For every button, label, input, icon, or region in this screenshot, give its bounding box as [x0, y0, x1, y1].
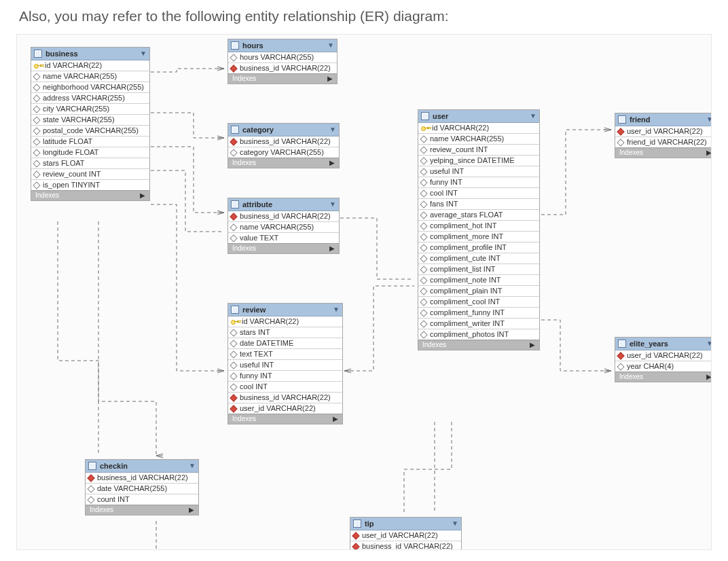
column-row[interactable]: cool INT — [228, 381, 342, 392]
indexes-footer[interactable]: Indexes▶ — [228, 414, 342, 424]
entity-friend[interactable]: friend▼user_id VARCHAR(22)friend_id VARC… — [615, 113, 712, 158]
entity-header[interactable]: checkin▼ — [86, 460, 198, 473]
column-row[interactable]: business_id VARCHAR(22) — [228, 62, 337, 73]
column-row[interactable]: id VARCHAR(22) — [418, 123, 539, 133]
expand-arrow-icon[interactable]: ▶ — [706, 149, 712, 156]
indexes-footer[interactable]: Indexes▶ — [228, 243, 339, 253]
column-row[interactable]: user_id VARCHAR(22) — [615, 350, 712, 361]
expand-arrow-icon[interactable]: ▶ — [329, 160, 335, 166]
column-row[interactable]: funny INT — [228, 370, 342, 381]
column-row[interactable]: id VARCHAR(22) — [31, 60, 149, 71]
column-row[interactable]: city VARCHAR(255) — [31, 103, 149, 114]
column-row[interactable]: year CHAR(4) — [615, 361, 712, 372]
column-row[interactable]: date VARCHAR(255) — [86, 483, 198, 494]
collapse-arrow-icon[interactable]: ▼ — [329, 201, 336, 208]
column-row[interactable]: latitude FLOAT — [31, 136, 149, 147]
column-row[interactable]: is_open TINYINT — [31, 179, 149, 190]
column-row[interactable]: stars INT — [228, 327, 342, 338]
indexes-footer[interactable]: Indexes▶ — [418, 340, 539, 350]
column-row[interactable]: useful INT — [228, 359, 342, 370]
column-row[interactable]: compliment_hot INT — [418, 220, 539, 231]
indexes-footer[interactable]: Indexes▶ — [86, 505, 198, 515]
entity-header[interactable]: hours▼ — [228, 39, 337, 52]
column-row[interactable]: neighborhood VARCHAR(255) — [31, 82, 149, 92]
column-row[interactable]: compliment_note INT — [418, 274, 539, 285]
column-row[interactable]: review_count INT — [31, 168, 149, 179]
entity-business[interactable]: business▼id VARCHAR(22)name VARCHAR(255)… — [31, 47, 150, 201]
column-row[interactable]: category VARCHAR(255) — [228, 147, 339, 158]
expand-arrow-icon[interactable]: ▶ — [706, 374, 712, 380]
entity-header[interactable]: review▼ — [228, 304, 342, 316]
indexes-footer[interactable]: Indexes▶ — [615, 372, 712, 382]
entity-user[interactable]: user▼id VARCHAR(22)name VARCHAR(255)revi… — [418, 109, 540, 350]
column-row[interactable]: value TEXT — [228, 232, 339, 243]
column-row[interactable]: useful INT — [418, 166, 539, 177]
indexes-footer[interactable]: Indexes▶ — [228, 73, 337, 84]
indexes-footer[interactable]: Indexes▶ — [31, 190, 149, 200]
collapse-arrow-icon[interactable]: ▼ — [530, 113, 536, 120]
collapse-arrow-icon[interactable]: ▼ — [140, 50, 147, 57]
column-row[interactable]: yelping_since DATETIME — [418, 155, 539, 166]
entity-header[interactable]: tip▼ — [350, 518, 461, 530]
column-row[interactable]: postal_code VARCHAR(255) — [31, 125, 149, 136]
entity-attribute[interactable]: attribute▼business_id VARCHAR(22)name VA… — [228, 198, 340, 254]
collapse-arrow-icon[interactable]: ▼ — [452, 520, 458, 527]
column-row[interactable]: count INT — [86, 494, 198, 505]
column-row[interactable]: date DATETIME — [228, 338, 342, 348]
collapse-arrow-icon[interactable]: ▼ — [189, 463, 196, 469]
column-row[interactable]: address VARCHAR(255) — [31, 92, 149, 103]
column-row[interactable]: stars FLOAT — [31, 158, 149, 168]
column-row[interactable]: business_id VARCHAR(22) — [350, 541, 461, 550]
entity-review[interactable]: review▼id VARCHAR(22)stars INTdate DATET… — [228, 303, 343, 424]
column-row[interactable]: cool INT — [418, 187, 539, 198]
entity-header[interactable]: elite_years▼ — [615, 338, 712, 350]
collapse-arrow-icon[interactable]: ▼ — [329, 126, 336, 133]
column-row[interactable]: compliment_cute INT — [418, 253, 539, 264]
column-row[interactable]: compliment_more INT — [418, 231, 539, 242]
column-row[interactable]: state VARCHAR(255) — [31, 114, 149, 125]
expand-arrow-icon[interactable]: ▶ — [329, 245, 335, 252]
indexes-footer[interactable]: Indexes▶ — [228, 158, 339, 168]
column-row[interactable]: name VARCHAR(255) — [418, 133, 539, 144]
column-row[interactable]: business_id VARCHAR(22) — [228, 137, 339, 147]
column-row[interactable]: compliment_list INT — [418, 264, 539, 274]
entity-header[interactable]: attribute▼ — [228, 198, 339, 211]
entity-category[interactable]: category▼business_id VARCHAR(22)category… — [228, 123, 340, 168]
entity-header[interactable]: user▼ — [418, 110, 539, 123]
column-row[interactable]: compliment_funny INT — [418, 307, 539, 318]
column-row[interactable]: compliment_photos INT — [418, 329, 539, 340]
column-row[interactable]: compliment_profile INT — [418, 242, 539, 253]
column-row[interactable]: fans INT — [418, 198, 539, 209]
column-row[interactable]: business_id VARCHAR(22) — [86, 473, 198, 483]
column-row[interactable]: text TEXT — [228, 348, 342, 359]
column-row[interactable]: compliment_writer INT — [418, 318, 539, 329]
column-row[interactable]: friend_id VARCHAR(22) — [615, 137, 712, 147]
column-row[interactable]: funny INT — [418, 177, 539, 187]
column-row[interactable]: business_id VARCHAR(22) — [228, 211, 339, 221]
indexes-footer[interactable]: Indexes▶ — [615, 147, 712, 158]
entity-header[interactable]: friend▼ — [615, 113, 712, 126]
column-row[interactable]: user_id VARCHAR(22) — [350, 530, 461, 541]
entity-header[interactable]: business▼ — [31, 48, 149, 60]
entity-header[interactable]: category▼ — [228, 124, 339, 137]
column-row[interactable]: id VARCHAR(22) — [228, 316, 342, 327]
collapse-arrow-icon[interactable]: ▼ — [706, 340, 712, 347]
column-row[interactable]: user_id VARCHAR(22) — [615, 126, 712, 137]
column-row[interactable]: review_count INT — [418, 144, 539, 155]
collapse-arrow-icon[interactable]: ▼ — [333, 306, 340, 313]
column-row[interactable]: business_id VARCHAR(22) — [228, 392, 342, 403]
column-row[interactable]: hours VARCHAR(255) — [228, 52, 337, 62]
column-row[interactable]: name VARCHAR(255) — [228, 221, 339, 232]
column-row[interactable]: user_id VARCHAR(22) — [228, 403, 342, 414]
column-row[interactable]: name VARCHAR(255) — [31, 71, 149, 82]
collapse-arrow-icon[interactable]: ▼ — [706, 116, 712, 123]
expand-arrow-icon[interactable]: ▶ — [189, 507, 194, 513]
entity-checkin[interactable]: checkin▼business_id VARCHAR(22)date VARC… — [85, 459, 199, 515]
column-row[interactable]: compliment_plain INT — [418, 285, 539, 296]
entity-tip[interactable]: tip▼user_id VARCHAR(22)business_id VARCH… — [350, 517, 462, 550]
entity-elite_years[interactable]: elite_years▼user_id VARCHAR(22)year CHAR… — [615, 337, 712, 382]
collapse-arrow-icon[interactable]: ▼ — [327, 42, 334, 49]
entity-hours[interactable]: hours▼hours VARCHAR(255)business_id VARC… — [228, 39, 338, 84]
expand-arrow-icon[interactable]: ▶ — [140, 192, 145, 199]
column-row[interactable]: average_stars FLOAT — [418, 209, 539, 220]
